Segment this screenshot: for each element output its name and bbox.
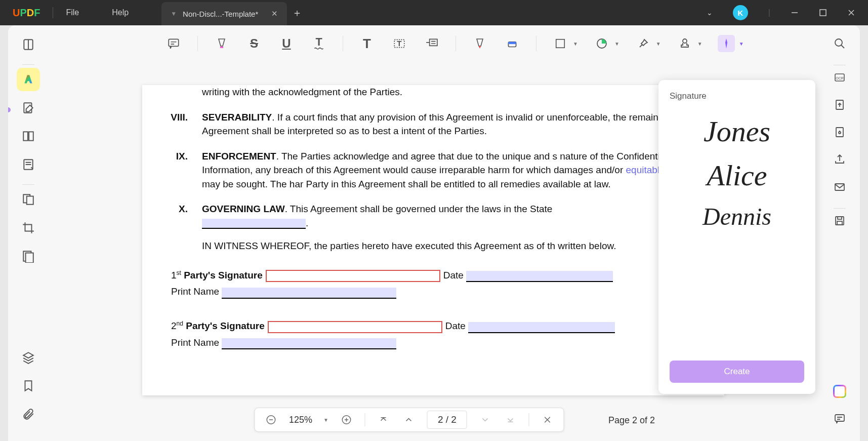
prev-page-icon[interactable] (402, 413, 416, 427)
fill-field[interactable] (202, 219, 306, 229)
next-page-icon[interactable] (478, 413, 492, 427)
svg-rect-19 (835, 184, 844, 190)
convert-icon[interactable] (831, 96, 849, 114)
signature-field-2[interactable] (268, 321, 442, 333)
compare-icon[interactable] (17, 188, 40, 211)
stamp-icon[interactable] (676, 35, 693, 52)
svg-rect-31 (508, 42, 516, 44)
crop-icon[interactable] (17, 216, 40, 239)
document-page[interactable]: writing with the acknowledgment of the P… (142, 85, 724, 395)
chevron-down-icon[interactable]: ▼ (739, 41, 744, 47)
search-icon[interactable] (831, 34, 849, 53)
signature-panel: Signature Jones Alice Dennis Create (658, 80, 815, 394)
menu-help[interactable]: Help (112, 8, 129, 17)
new-tab-button[interactable]: ＋ (287, 0, 307, 25)
date-label: Date (445, 319, 466, 333)
svg-rect-1 (820, 10, 826, 16)
clause-title: GOVERNING LAW (202, 204, 285, 214)
user-avatar[interactable]: K (733, 5, 748, 20)
save-icon[interactable] (831, 212, 849, 230)
attachment-icon[interactable] (17, 403, 40, 426)
zoom-dropdown-icon[interactable]: ▼ (323, 417, 328, 423)
tab-dropdown-icon[interactable]: ▼ (171, 10, 177, 17)
shape-rectangle-icon[interactable] (552, 35, 569, 52)
print-name-label: Print Name (171, 336, 219, 350)
svg-point-18 (839, 132, 841, 134)
signature-label: 1st Party's Signature (171, 268, 263, 283)
underline-icon[interactable]: U (278, 35, 295, 52)
tab-title: Non-Discl...-Template* (183, 10, 258, 18)
bookmark-icon[interactable] (17, 374, 40, 397)
document-tab[interactable]: ▼ Non-Discl...-Template* ✕ (161, 2, 287, 25)
chevron-down-icon[interactable]: ▼ (614, 41, 619, 47)
clause-title: SEVERABILITY (202, 112, 272, 123)
date-field[interactable] (468, 322, 615, 333)
ai-icon[interactable] (831, 382, 849, 400)
first-page-icon[interactable] (377, 413, 391, 427)
chevron-down-icon[interactable]: ▼ (656, 41, 661, 47)
signature-icon[interactable] (718, 35, 735, 52)
page-indicator: Page 2 of 2 (608, 415, 655, 426)
maximize-icon[interactable] (819, 9, 827, 17)
eraser-icon[interactable] (504, 35, 521, 52)
chevron-down-icon[interactable]: ▼ (697, 41, 702, 47)
signature-option[interactable]: Dennis (670, 203, 804, 230)
close-nav-icon[interactable] (541, 413, 555, 427)
annotation-toolbar: S U T T T ▼ ▼ ▼ ▼ ▼ (165, 31, 804, 56)
textbox-icon[interactable]: T (391, 35, 408, 52)
comment-panel-icon[interactable] (831, 410, 849, 428)
signature-option[interactable]: Alice (670, 158, 804, 192)
svg-rect-10 (27, 196, 33, 205)
zoom-in-icon[interactable] (340, 413, 354, 427)
print-name-field[interactable] (222, 288, 396, 299)
squiggly-icon[interactable]: T (310, 35, 327, 52)
zoom-level: 125% (289, 415, 312, 425)
svg-rect-12 (26, 253, 33, 263)
zoom-out-icon[interactable] (264, 413, 278, 427)
svg-rect-23 (835, 415, 844, 421)
page-number-input[interactable]: 2 / 2 (427, 411, 467, 429)
clause-text: . This Agreement shall be governed under… (285, 204, 553, 214)
minimize-icon[interactable] (791, 9, 799, 17)
organize-pages-icon[interactable] (17, 125, 40, 148)
redact-icon[interactable] (17, 245, 40, 268)
create-signature-button[interactable]: Create (670, 360, 804, 383)
layers-icon[interactable] (17, 346, 40, 369)
edit-pdf-icon[interactable] (17, 96, 40, 119)
menu-file[interactable]: File (66, 8, 79, 17)
strikethrough-icon[interactable]: S (245, 35, 263, 52)
chevron-down-icon[interactable]: ▼ (573, 41, 578, 47)
text-icon[interactable]: T (358, 35, 376, 52)
form-icon[interactable] (17, 153, 40, 176)
annotate-icon[interactable] (17, 68, 40, 91)
svg-text:T: T (315, 37, 322, 48)
svg-rect-6 (23, 132, 28, 140)
pin-icon[interactable] (635, 35, 652, 52)
svg-rect-22 (837, 221, 842, 225)
signature-label: 2nd Party's Signature (171, 319, 265, 333)
paragraph: IN WITNESS WHEREOF, the parties hereto h… (202, 239, 703, 253)
highlight-icon[interactable] (213, 35, 230, 52)
share-icon[interactable] (831, 150, 849, 169)
reader-mode-icon[interactable] (17, 33, 40, 56)
ocr-icon[interactable]: OCR (831, 68, 849, 87)
sticky-note-icon[interactable] (165, 35, 182, 52)
clause-number: VIII. (163, 110, 202, 138)
protect-icon[interactable] (831, 123, 849, 141)
date-label: Date (443, 268, 464, 283)
signature-option[interactable]: Jones (670, 114, 804, 148)
signature-field-1[interactable] (266, 270, 440, 282)
callout-icon[interactable] (423, 35, 440, 52)
chevron-down-icon[interactable]: ⌄ (707, 9, 713, 17)
left-sidebar (8, 25, 49, 441)
close-icon[interactable] (847, 9, 855, 17)
print-name-field[interactable] (222, 338, 396, 349)
tab-close-icon[interactable]: ✕ (271, 9, 278, 18)
sticker-icon[interactable] (593, 35, 610, 52)
clause-text: . If a court finds that any provision of… (202, 112, 700, 137)
pencil-icon[interactable] (471, 35, 488, 52)
app-logo: UPDF (13, 7, 40, 19)
last-page-icon[interactable] (504, 413, 518, 427)
date-field[interactable] (466, 271, 613, 282)
email-icon[interactable] (831, 178, 849, 196)
